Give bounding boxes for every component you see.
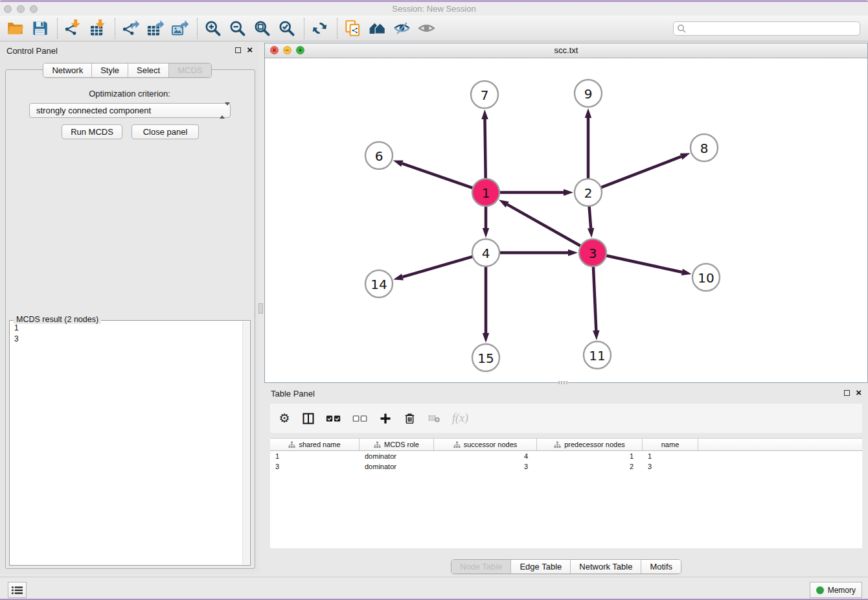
result-scrollbar[interactable] xyxy=(242,321,249,564)
network-window-title: scc.txt xyxy=(265,45,867,55)
refresh-button[interactable] xyxy=(310,18,330,38)
graph-edge-1-7[interactable] xyxy=(481,110,488,180)
import-table-button[interactable] xyxy=(87,18,108,38)
window-title: Session: New Session xyxy=(0,4,868,14)
graph-node-4[interactable]: 4 xyxy=(472,239,499,266)
graph-edge-4-15[interactable] xyxy=(483,265,489,343)
delete-table-button[interactable] xyxy=(427,411,441,426)
save-session-icon xyxy=(31,19,49,37)
zoom-out-button[interactable] xyxy=(227,18,247,38)
graph-edge-1-2[interactable] xyxy=(498,189,573,196)
column-header-name[interactable]: name xyxy=(643,439,698,450)
tab-network[interactable]: Network xyxy=(43,63,92,77)
vertical-splitter-grip[interactable] xyxy=(258,303,263,314)
graph-edge-4-3[interactable] xyxy=(498,249,578,256)
mcds-result-title: MCDS result (2 nodes) xyxy=(14,315,101,324)
gear-icon: ⚙ xyxy=(279,412,290,425)
tab-style[interactable]: Style xyxy=(92,63,128,77)
network-graph-canvas[interactable]: 7968124314101511 xyxy=(265,58,867,383)
column-header-successor-nodes[interactable]: successor nodes xyxy=(434,439,537,450)
graph-node-2[interactable]: 2 xyxy=(575,179,602,206)
import-table-icon xyxy=(89,19,106,37)
zoom-selected-button[interactable] xyxy=(277,18,297,38)
mcds-result-text[interactable]: 1 3 xyxy=(10,321,250,347)
graph-edge-2-9[interactable] xyxy=(585,108,591,180)
tab-node-table[interactable]: Node Table xyxy=(451,560,512,573)
window-titlebar: Session: New Session xyxy=(0,2,868,16)
graph-node-6[interactable]: 6 xyxy=(365,142,393,169)
open-session-button[interactable] xyxy=(5,18,25,38)
zoom-fit-button[interactable] xyxy=(252,18,272,38)
add-row-button[interactable] xyxy=(379,411,392,426)
import-network-button[interactable] xyxy=(63,18,83,38)
graph-node-3[interactable]: 3 xyxy=(579,239,606,266)
table-row[interactable]: 3dominator323 xyxy=(270,461,862,472)
table-settings-button[interactable]: ⚙ xyxy=(278,411,291,426)
export-network-button[interactable] xyxy=(120,18,141,38)
table-row[interactable]: 1dominator411 xyxy=(270,451,862,461)
chevron-up-down-icon xyxy=(220,106,225,116)
function-icon: f(x) xyxy=(452,411,468,425)
save-session-button[interactable] xyxy=(30,18,50,38)
optimization-criterion-label: Optimization criterion: xyxy=(0,89,259,98)
tab-select[interactable]: Select xyxy=(128,63,169,77)
float-panel-icon[interactable] xyxy=(235,47,241,53)
graph-edge-2-3[interactable] xyxy=(588,205,594,238)
graph-edge-3-11[interactable] xyxy=(593,265,599,340)
zoom-in-button[interactable] xyxy=(203,18,223,38)
memory-button[interactable]: Memory xyxy=(810,582,862,598)
tab-mcds[interactable]: MCDS xyxy=(169,63,211,77)
svg-text:9: 9 xyxy=(584,86,593,102)
float-table-panel-icon[interactable] xyxy=(844,390,850,396)
task-history-button[interactable] xyxy=(8,582,27,598)
graph-node-7[interactable]: 7 xyxy=(471,81,498,108)
graph-node-1[interactable]: 1 xyxy=(472,179,499,206)
plus-icon xyxy=(379,412,392,425)
export-image-button[interactable] xyxy=(170,18,190,38)
apply-function-button[interactable]: f(x) xyxy=(452,411,468,426)
graph-node-10[interactable]: 10 xyxy=(692,264,720,291)
graph-edge-1-4[interactable] xyxy=(483,205,489,238)
graph-edge-2-8[interactable] xyxy=(600,153,691,188)
show-columns-button[interactable] xyxy=(302,411,315,426)
run-mcds-button[interactable]: Run MCDS xyxy=(62,124,122,139)
memory-status-dot xyxy=(816,586,824,594)
graph-edge-3-1[interactable] xyxy=(499,200,582,246)
horizontal-splitter-grip[interactable] xyxy=(558,381,568,384)
column-tree-icon xyxy=(374,441,381,448)
home-button[interactable] xyxy=(367,18,387,38)
select-all-button[interactable] xyxy=(326,411,341,426)
delete-row-button[interactable] xyxy=(403,411,416,426)
zoom-in-icon xyxy=(204,19,222,37)
close-panel-button[interactable]: Close panel xyxy=(131,124,199,139)
svg-text:3: 3 xyxy=(589,246,597,261)
select-all-icon xyxy=(326,412,341,425)
graph-node-8[interactable]: 8 xyxy=(691,134,718,161)
graph-node-15[interactable]: 15 xyxy=(472,344,499,371)
show-panels-button[interactable] xyxy=(417,18,437,38)
column-header-predecessor-nodes[interactable]: predecessor nodes xyxy=(537,439,643,450)
column-header-MCDS-role[interactable]: MCDS role xyxy=(360,439,434,450)
criterion-dropdown[interactable]: strongly connected component xyxy=(29,103,231,118)
search-input[interactable] xyxy=(673,21,860,36)
toolbar-separator xyxy=(304,18,304,39)
graph-node-9[interactable]: 9 xyxy=(575,80,602,107)
mcds-result-box: MCDS result (2 nodes) 1 3 xyxy=(9,320,251,566)
tab-edge-table[interactable]: Edge Table xyxy=(511,560,571,573)
tab-network-table[interactable]: Network Table xyxy=(571,560,641,573)
close-panel-icon[interactable]: × xyxy=(247,46,253,54)
clone-network-button[interactable] xyxy=(343,18,363,38)
export-table-button[interactable] xyxy=(145,18,165,38)
column-header-shared-name[interactable]: shared name xyxy=(270,439,360,450)
graph-edge-3-10[interactable] xyxy=(605,255,692,275)
graph-node-11[interactable]: 11 xyxy=(584,341,611,369)
graph-edge-4-14[interactable] xyxy=(393,256,474,280)
tab-motifs[interactable]: Motifs xyxy=(641,560,681,573)
graph-node-14[interactable]: 14 xyxy=(365,270,393,297)
deselect-all-button[interactable] xyxy=(352,411,368,426)
network-window-titlebar[interactable]: ×−+ scc.txt xyxy=(265,43,867,58)
toolbar-separator xyxy=(57,18,58,39)
hide-panels-button[interactable] xyxy=(392,18,412,38)
close-table-panel-icon[interactable]: × xyxy=(856,389,862,397)
graph-edge-1-6[interactable] xyxy=(393,160,474,188)
